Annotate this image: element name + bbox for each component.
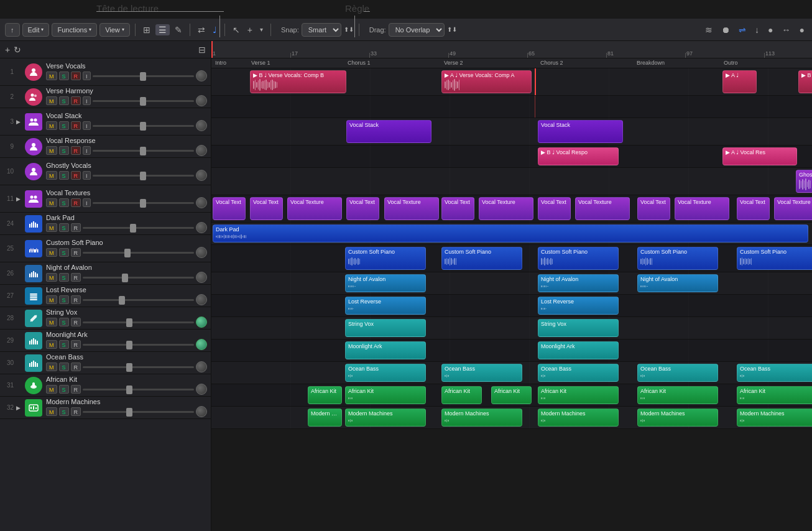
- fader[interactable]: [83, 366, 194, 368]
- fader[interactable]: [83, 389, 194, 390]
- solo-btn[interactable]: S: [59, 223, 69, 232]
- volume-knob[interactable]: [196, 70, 207, 81]
- list-item[interactable]: ▶ A ♩ Vocal Res: [722, 147, 797, 165]
- solo-btn[interactable]: S: [59, 96, 69, 105]
- volume-knob[interactable]: [196, 339, 207, 350]
- fader[interactable]: [83, 277, 194, 279]
- rec-btn[interactable]: R: [71, 248, 81, 257]
- expand-btn[interactable]: ▶: [16, 196, 25, 202]
- mute-btn[interactable]: M: [46, 146, 57, 155]
- fader[interactable]: [93, 175, 194, 177]
- mute-btn[interactable]: M: [46, 385, 57, 394]
- mute-btn[interactable]: M: [46, 121, 57, 130]
- mute-btn[interactable]: M: [46, 407, 57, 416]
- solo-btn[interactable]: S: [59, 318, 69, 326]
- list-item[interactable]: Modern Machines: [345, 409, 426, 427]
- list-item[interactable]: Lost Reverse: [345, 297, 426, 315]
- list-item[interactable]: Custom Soft Piano: [737, 247, 812, 270]
- snap-select[interactable]: Smart: [302, 23, 341, 37]
- list-item[interactable]: Vocal Texture: [287, 197, 342, 220]
- dot-btn[interactable]: ●: [765, 24, 775, 36]
- fader[interactable]: [83, 252, 194, 254]
- arrow2-btn[interactable]: ↔: [780, 24, 793, 36]
- mute-btn[interactable]: M: [46, 248, 57, 257]
- solo-btn[interactable]: S: [59, 273, 69, 282]
- list-item[interactable]: Vocal Stack: [346, 120, 431, 143]
- volume-knob[interactable]: [196, 222, 207, 233]
- rec-btn[interactable]: R: [71, 96, 81, 105]
- volume-knob[interactable]: [196, 294, 207, 305]
- list-item[interactable]: Vocal Texture: [575, 197, 630, 220]
- list-item[interactable]: Ocean Bass: [441, 364, 522, 382]
- list-item[interactable]: Vocal Text: [346, 197, 379, 220]
- volume-knob[interactable]: [196, 95, 207, 106]
- fader[interactable]: [83, 344, 194, 346]
- solo-btn[interactable]: S: [59, 198, 69, 207]
- solo-btn[interactable]: S: [59, 362, 69, 371]
- rec-btn[interactable]: R: [71, 385, 81, 394]
- mute-btn[interactable]: M: [46, 340, 57, 349]
- mute-btn[interactable]: M: [46, 273, 57, 282]
- list-item[interactable]: Vocal Texture: [774, 197, 812, 220]
- fader[interactable]: [83, 411, 194, 413]
- volume-knob[interactable]: [196, 120, 207, 131]
- list-item[interactable]: Modern Machi: [308, 409, 342, 427]
- volume-knob[interactable]: [196, 197, 207, 208]
- list-item[interactable]: African Kit: [737, 386, 812, 404]
- add-track-btn[interactable]: +: [5, 45, 10, 55]
- solo-btn[interactable]: S: [59, 248, 69, 257]
- mute-btn[interactable]: M: [46, 171, 57, 180]
- solo-btn[interactable]: S: [59, 121, 69, 130]
- list-item[interactable]: Vocal Stack: [538, 120, 623, 143]
- solo-btn[interactable]: S: [59, 385, 69, 394]
- list-item[interactable]: Lost Reverse: [538, 297, 619, 315]
- extra-tool-btn[interactable]: ▾: [257, 25, 265, 34]
- rec-btn[interactable]: R: [71, 198, 81, 207]
- mute-btn[interactable]: M: [46, 198, 57, 207]
- rec-btn[interactable]: R: [71, 362, 81, 371]
- metronome-btn[interactable]: ♩: [210, 24, 219, 36]
- list-item[interactable]: African Kit: [637, 386, 718, 404]
- loop-track-btn[interactable]: ↻: [14, 45, 21, 55]
- solo-btn[interactable]: S: [59, 72, 69, 80]
- input-btn[interactable]: I: [83, 198, 91, 207]
- list-item[interactable]: Moonlight Ark: [345, 341, 426, 359]
- solo-btn[interactable]: S: [59, 407, 69, 416]
- down-btn[interactable]: ↓: [752, 24, 762, 36]
- list-item[interactable]: String Vox: [538, 319, 619, 337]
- list-item[interactable]: African Kit: [345, 386, 426, 404]
- list-item[interactable]: Vocal Text: [737, 197, 770, 220]
- fader[interactable]: [83, 299, 194, 301]
- list-item[interactable]: Vocal Texture: [479, 197, 533, 220]
- input-btn[interactable]: I: [83, 171, 91, 180]
- volume-knob[interactable]: [196, 145, 207, 156]
- list-item[interactable]: Vocal Text: [538, 197, 571, 220]
- list-item[interactable]: Modern Machines: [737, 409, 812, 427]
- mute-btn[interactable]: M: [46, 295, 57, 304]
- volume-knob[interactable]: [196, 170, 207, 181]
- volume-knob[interactable]: [196, 361, 207, 372]
- rec-btn[interactable]: R: [71, 171, 81, 180]
- input-btn[interactable]: I: [83, 96, 91, 105]
- list-item[interactable]: African Kit: [538, 386, 619, 404]
- rec-btn[interactable]: R: [71, 407, 81, 416]
- solo-btn[interactable]: S: [59, 340, 69, 349]
- list-item[interactable]: ▶ B ♩: [798, 70, 812, 93]
- waveform-btn[interactable]: ≋: [703, 24, 715, 36]
- list-item[interactable]: Ocean Bass: [637, 364, 718, 382]
- volume-knob[interactable]: [196, 272, 207, 283]
- fader[interactable]: [83, 227, 194, 229]
- list-item[interactable]: Night of Avalon: [345, 274, 426, 292]
- list-item[interactable]: Vocal Text: [213, 197, 246, 220]
- solo-btn[interactable]: S: [59, 171, 69, 180]
- list-view-btn[interactable]: ☰: [155, 24, 170, 35]
- list-item[interactable]: African Kit: [491, 386, 532, 404]
- list-item[interactable]: ▶ A ♩ Verse Vocals: Comp A: [441, 70, 532, 93]
- list-item[interactable]: Night of Avalon: [637, 274, 718, 292]
- list-item[interactable]: Vocal Texture: [675, 197, 729, 220]
- volume-knob[interactable]: [196, 316, 207, 328]
- fader[interactable]: [93, 100, 194, 102]
- rec-btn[interactable]: R: [71, 318, 81, 326]
- mute-btn[interactable]: M: [46, 223, 57, 232]
- rec-btn[interactable]: R: [71, 121, 81, 130]
